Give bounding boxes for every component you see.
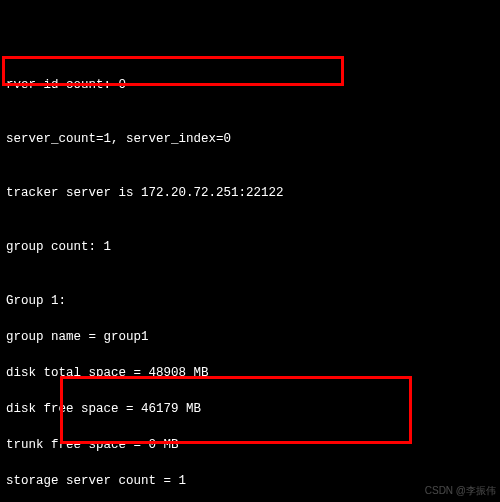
terminal-line: server_count=1, server_index=0 [6, 130, 494, 148]
terminal-line: group count: 1 [6, 238, 494, 256]
terminal-line: storage server count = 1 [6, 472, 494, 490]
terminal-line: disk total space = 48908 MB [6, 364, 494, 382]
terminal-line: Group 1: [6, 292, 494, 310]
terminal-line: group name = group1 [6, 328, 494, 346]
terminal-line: disk free space = 46179 MB [6, 400, 494, 418]
terminal-line-tracker: tracker server is 172.20.72.251:22122 [6, 184, 494, 202]
terminal-line: trunk free space = 0 MB [6, 436, 494, 454]
watermark-text: CSDN @李振伟 [425, 482, 496, 500]
terminal-line: rver id count: 0 [6, 76, 494, 94]
